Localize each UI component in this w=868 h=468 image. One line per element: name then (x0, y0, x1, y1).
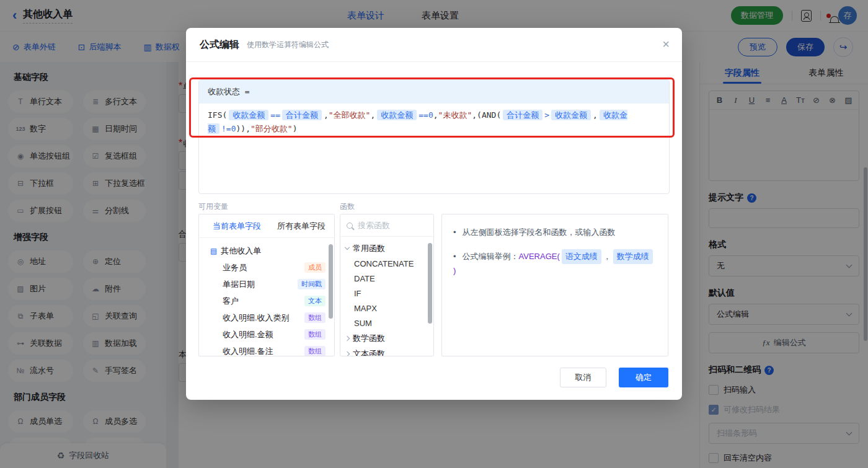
functions-panel: 搜索函数 常用函数CONCATENATEDATEIFMAPXSUM数学函数文本函… (340, 214, 434, 356)
type-badge: 数组 (304, 346, 326, 356)
function-item-CONCATENATE[interactable]: CONCATENATE (340, 256, 433, 271)
variable-label: 业务员 (223, 262, 247, 273)
variable-label: 单据日期 (223, 279, 255, 290)
variable-label: 收入明细.收入类别 (223, 312, 290, 324)
variables-root[interactable]: ▤其他收入单 (199, 243, 334, 259)
formula-token: > (544, 110, 549, 120)
function-group[interactable]: 文本函数 (340, 346, 433, 356)
chevron-right-icon (345, 335, 350, 340)
formula-field-token[interactable]: 收款金额 (551, 110, 591, 120)
function-item-DATE[interactable]: DATE (340, 271, 433, 286)
function-group-label: 文本函数 (353, 348, 385, 357)
formula-field-token[interactable]: 收款金额 (377, 110, 417, 120)
formula-token: ,( (472, 110, 482, 120)
formula-token: , (433, 110, 438, 120)
formula-token: , (370, 110, 375, 120)
formula-token: ==0 (418, 110, 433, 120)
search-placeholder: 搜索函数 (358, 220, 390, 231)
search-icon (347, 223, 353, 229)
tab-all-form-fields[interactable]: 所有表单字段 (277, 221, 326, 232)
formula-token: , (593, 110, 598, 120)
formula-field-token[interactable]: 合计金额 (503, 110, 542, 120)
tips-panel: •从左侧面板选择字段名和函数，或输入函数 • 公式编辑举例： AVERAGE( … (441, 214, 668, 356)
variable-item[interactable]: 客户文本 (199, 293, 334, 309)
type-badge: 时间戳 (298, 279, 326, 289)
formula-token: AND( (482, 110, 501, 120)
confirm-button[interactable]: 确定 (619, 368, 668, 387)
chevron-right-icon (345, 351, 350, 356)
form-doc-icon: ▤ (210, 247, 217, 255)
modal-title: 公式编辑 (200, 38, 239, 51)
function-group[interactable]: 数学函数 (340, 330, 433, 346)
type-badge: 数组 (304, 329, 326, 340)
function-item-IF[interactable]: IF (340, 286, 433, 301)
variable-item[interactable]: 单据日期时间戳 (199, 276, 334, 293)
formula-editor[interactable]: 收款状态 = IFS(收款金额==合计金额,"全部收款",收款金额==0,"未收… (198, 79, 670, 194)
function-search[interactable]: 搜索函数 (340, 214, 433, 237)
variable-label: 收入明细.备注 (223, 346, 273, 357)
type-badge: 数组 (304, 312, 326, 323)
modal-subtitle: 使用数学运算符编辑公式 (247, 40, 329, 50)
chevron-down-icon (345, 245, 350, 250)
tip-line-2: • 公式编辑举例： AVERAGE( 语文成绩 ， 数学成绩 ) (453, 249, 657, 278)
formula-token: "部分收款" (250, 124, 293, 133)
close-icon[interactable]: × (662, 38, 670, 50)
scrollbar[interactable] (329, 244, 333, 319)
formula-token: ) (293, 124, 298, 133)
function-group-label: 常用函数 (353, 243, 385, 254)
formula-token: "未收款" (438, 110, 472, 120)
formula-target: 收款状态 = (199, 80, 669, 104)
tip-line-1: •从左侧面板选择字段名和函数，或输入函数 (453, 226, 657, 239)
formula-token: "全部收款" (329, 110, 371, 120)
variable-label: 客户 (223, 296, 239, 307)
scrollbar[interactable] (428, 243, 432, 324)
function-group[interactable]: 常用函数 (340, 241, 433, 256)
function-group-label: 数学函数 (353, 333, 385, 344)
formula-token: IFS( (208, 110, 227, 120)
variables-root-label: 其他收入单 (221, 245, 261, 257)
variable-item[interactable]: 业务员成员 (199, 259, 334, 276)
formula-token: !=0 (221, 124, 236, 133)
function-item-SUM[interactable]: SUM (340, 316, 433, 330)
formula-field-token[interactable]: 收款金额 (229, 110, 268, 120)
variable-item[interactable]: 收入明细.收入类别数组 (199, 309, 334, 326)
formula-token: )), (236, 124, 250, 133)
formula-content[interactable]: IFS(收款金额==合计金额,"全部收款",收款金额==0,"未收款",(AND… (199, 104, 669, 141)
variable-item[interactable]: 收入明细.金额数组 (199, 326, 334, 343)
type-badge: 成员 (304, 262, 326, 273)
functions-label: 函数 (340, 201, 355, 212)
type-badge: 文本 (304, 296, 326, 306)
formula-editor-modal: 公式编辑 使用数学运算符编辑公式 × 收款状态 = IFS(收款金额==合计金额… (186, 28, 682, 400)
formula-field-token[interactable]: 合计金额 (282, 110, 322, 120)
formula-token: == (270, 110, 280, 120)
tab-current-form-fields[interactable]: 当前表单字段 (213, 221, 261, 232)
variable-label: 收入明细.金额 (223, 329, 273, 340)
variable-item[interactable]: 收入明细.备注数组 (199, 343, 334, 356)
cancel-button[interactable]: 取消 (560, 368, 606, 387)
formula-token: , (324, 110, 329, 120)
variables-label: 可用变量 (198, 201, 228, 212)
function-item-MAPX[interactable]: MAPX (340, 301, 433, 316)
variables-panel: 当前表单字段 所有表单字段 ▤其他收入单业务员成员单据日期时间戳客户文本收入明细… (198, 214, 335, 356)
